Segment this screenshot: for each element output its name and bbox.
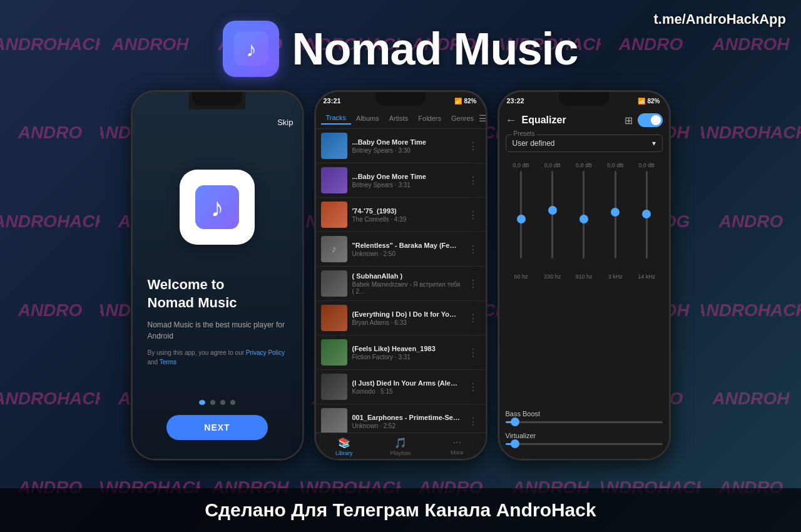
track-info: "Relentless" - Baraka May (Feat. Dan... …: [352, 242, 461, 257]
nav-more[interactable]: ··· More: [429, 437, 485, 456]
track-name: "Relentless" - Baraka May (Feat. Dan...: [352, 242, 461, 249]
track-more-icon[interactable]: ⋮: [466, 344, 481, 361]
phone2-signal-icon: 📶: [454, 98, 462, 105]
track-thumb: [321, 270, 347, 297]
track-item[interactable]: ♪ "Relentless" - Baraka May (Feat. Dan..…: [316, 232, 486, 267]
track-name: ( SubhanAllah ): [352, 272, 461, 280]
track-item[interactable]: ...Baby One More Time Britney Spears · 3…: [316, 163, 486, 198]
eq-back-button[interactable]: ←: [506, 114, 517, 127]
track-meta: Bryan Adams · 6:33: [352, 319, 461, 326]
tab-albums[interactable]: Albums: [351, 113, 384, 124]
phone1-notch: [192, 92, 242, 106]
library-icon: 📚: [338, 437, 350, 449]
track-more-icon[interactable]: ⋮: [466, 310, 481, 327]
tab-genres[interactable]: Genres: [446, 113, 479, 124]
track-thumb: [321, 339, 347, 366]
eq-hz-4: 3 kHz: [603, 274, 628, 280]
page-dots: [199, 400, 235, 405]
eq-tune-icon[interactable]: ⊞: [625, 115, 633, 126]
eq-title: Equalizer: [522, 115, 620, 126]
dot-1: [199, 400, 205, 405]
policy-text: By using this app, you agree to our: [148, 349, 246, 356]
eq-slider-910hz: [583, 171, 584, 271]
dot-4: [230, 400, 235, 405]
eq-slider-thumb-5[interactable]: [642, 210, 651, 218]
track-more-icon[interactable]: ⋮: [466, 241, 481, 258]
nav-library[interactable]: 📚 Library: [316, 437, 372, 456]
phone-2-screen: 23:21 📶 82% Tracks Albums Artists Folder…: [316, 92, 486, 459]
dot-2: [210, 400, 215, 405]
next-button[interactable]: NEXT: [166, 415, 267, 440]
tab-artists[interactable]: Artists: [384, 113, 414, 124]
nav-playlists[interactable]: 🎵 Playlists: [372, 437, 429, 456]
phone-3: 23:22 📶 82% ← Equalizer ⊞ Presets User d…: [498, 91, 670, 460]
track-more-icon[interactable]: ⋮: [466, 207, 481, 223]
track-item[interactable]: '74-'75_(1993) The Connells · 4:39 ⋮: [316, 198, 486, 232]
bottom-nav: 📚 Library 🎵 Playlists ··· More: [316, 432, 486, 459]
phone-1-screen: 23:20 📶 82% Skip: [133, 92, 302, 459]
track-item[interactable]: (Everything I Do) I Do It for You_1991 B…: [316, 301, 486, 335]
tab-folders[interactable]: Folders: [413, 113, 446, 124]
track-thumb: [321, 374, 347, 400]
virtualizer-label: Virtualizer: [506, 432, 663, 439]
track-meta: Unknown · 2:50: [352, 250, 461, 257]
eq-slider-track-1[interactable]: [520, 171, 522, 258]
eq-presets-label: Presets: [511, 130, 538, 137]
eq-toggle[interactable]: [638, 113, 663, 127]
eq-slider-track-4[interactable]: [615, 171, 616, 258]
track-thumb: [321, 408, 347, 432]
track-thumb: [321, 305, 347, 331]
eq-slider-track-5[interactable]: [646, 171, 648, 258]
track-item[interactable]: ...Baby One More Time Britney Spears · 3…: [316, 129, 486, 163]
virtualizer-thumb[interactable]: [511, 439, 519, 448]
track-item[interactable]: (I Just) Died In Your Arms (Alex Shik...…: [316, 370, 486, 404]
eq-hz-1: 60 hz: [509, 274, 534, 280]
eq-slider-thumb-3[interactable]: [579, 215, 588, 223]
track-more-icon[interactable]: ⋮: [466, 413, 481, 430]
phones-area: 23:20 📶 82% Skip: [0, 91, 801, 491]
track-item[interactable]: 001_Earphones - Primetime-Sexcrime Unkno…: [316, 404, 486, 432]
welcome-title: Welcome toNomad Music: [148, 276, 287, 312]
footer: Сделано Для Телеграм Канала AndroHack: [0, 488, 801, 532]
eq-slider-thumb-4[interactable]: [611, 208, 620, 217]
eq-slider-60hz: [520, 171, 522, 271]
welcome-description: Nomad Music is the best music player for…: [148, 319, 287, 342]
phone2-battery: 82%: [464, 98, 476, 105]
track-more-icon[interactable]: ⋮: [466, 275, 481, 292]
eq-presets-dropdown[interactable]: User defined ▾: [513, 139, 656, 148]
eq-hz-labels: 60 hz 230 hz 910 hz 3 kHz 14 kHz: [506, 274, 663, 280]
phone3-notch: [559, 92, 609, 106]
bass-boost-slider[interactable]: [506, 421, 663, 423]
eq-db-3: 0,0 dB: [571, 162, 596, 168]
track-more-icon[interactable]: ⋮: [466, 138, 481, 155]
track-thumb: [321, 133, 347, 159]
track-meta: The Connells · 4:39: [352, 216, 461, 223]
virtualizer-slider[interactable]: [506, 443, 663, 445]
eq-boost-section: Bass Boost Virtualizer: [499, 405, 669, 459]
eq-slider-track-2[interactable]: [551, 171, 553, 258]
track-item[interactable]: (Feels Like) Heaven_1983 Fiction Factory…: [316, 335, 486, 370]
phone3-signal-icon: 📶: [638, 98, 645, 105]
eq-db-4: 0,0 dB: [603, 162, 628, 168]
track-thumb: [321, 202, 347, 228]
tab-tracks[interactable]: Tracks: [321, 112, 352, 125]
filter-icon[interactable]: ☰: [479, 113, 485, 123]
track-meta: Fiction Factory · 3:31: [352, 354, 461, 361]
terms-link[interactable]: Terms: [160, 359, 176, 366]
eq-presets: Presets User defined ▾: [506, 135, 663, 152]
privacy-policy-link[interactable]: Privacy Policy: [246, 349, 285, 356]
eq-slider-thumb-1[interactable]: [517, 215, 526, 223]
bass-boost-thumb[interactable]: [511, 417, 519, 426]
eq-hz-5: 14 kHz: [634, 274, 659, 280]
track-item[interactable]: ( SubhanAllah ) Babek Mamedrzaev - Я вст…: [316, 267, 486, 301]
track-name: 001_Earphones - Primetime-Sexcrime: [352, 414, 461, 421]
eq-slider-3khz: [615, 171, 616, 271]
track-info: ( SubhanAllah ) Babek Mamedrzaev - Я вст…: [352, 272, 461, 295]
skip-button[interactable]: Skip: [268, 113, 302, 132]
track-more-icon[interactable]: ⋮: [466, 379, 481, 396]
track-meta: Britney Spears · 3:31: [352, 182, 461, 188]
eq-slider-thumb-2[interactable]: [548, 206, 557, 215]
track-more-icon[interactable]: ⋮: [466, 172, 481, 189]
eq-slider-track-3[interactable]: [583, 171, 584, 258]
svg-text:♪: ♪: [211, 193, 224, 222]
